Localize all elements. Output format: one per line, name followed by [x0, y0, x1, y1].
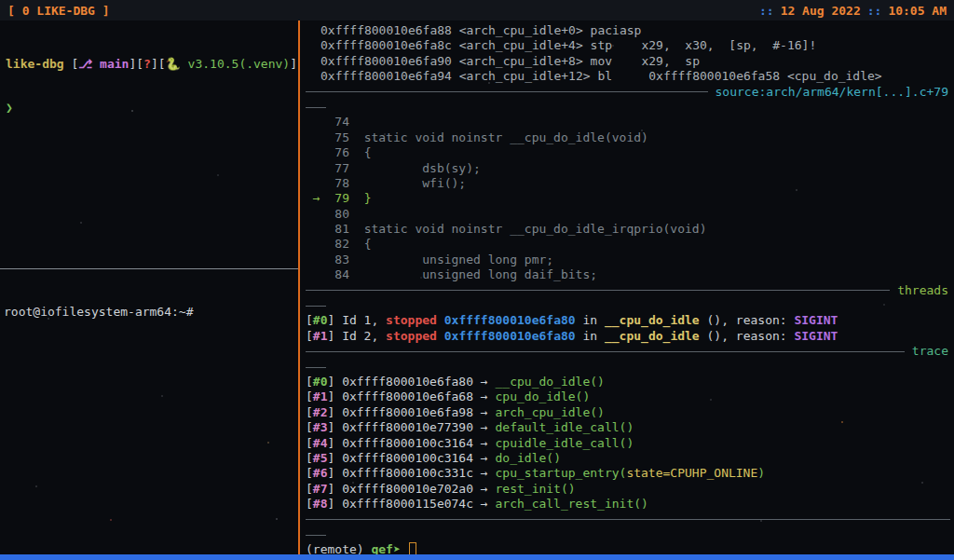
- bracket: [: [306, 389, 313, 403]
- trace-paren: ): [641, 497, 648, 511]
- space: [437, 313, 444, 327]
- trace-row: [#0] 0xffff800010e6fa80 → __cpu_do_idle(…: [306, 375, 950, 389]
- trace-address: ] 0xffff8000100c3164 →: [327, 436, 495, 450]
- section-separator: threads: [306, 283, 950, 298]
- separator-line: [306, 91, 708, 92]
- trace-address: ] 0xffff8000100c331c →: [327, 466, 495, 480]
- git-status-flag: ?: [143, 57, 151, 71]
- thread-function: __cpu_do_idle: [605, 329, 700, 343]
- source-line: 76 {: [306, 145, 950, 160]
- asm-address: 0xffff800010e6fa88: [320, 23, 459, 37]
- trace-frame-number: #0: [313, 375, 328, 389]
- source-line-number: 78: [306, 176, 364, 190]
- trace-function: do_idle(: [496, 451, 554, 465]
- debugger-pane[interactable]: 0xffff800010e6fa88 <arch_cpu_idle+0> pac…: [300, 20, 954, 554]
- separator-wrap-segment: [306, 367, 326, 368]
- thread-row: [#1] Id 2, stopped 0xffff800010e6fa80 in…: [306, 329, 950, 344]
- shell-prompt-line: like-dbg [⎇ main][?][🐍 v3.10.5(.venv)]: [6, 56, 293, 72]
- trace-row: [#8] 0xffff8000115e074c → arch_call_rest…: [306, 497, 950, 512]
- separator-line: [306, 519, 950, 520]
- bracket: [: [306, 451, 313, 465]
- source-line-number: 81: [306, 222, 364, 236]
- source-line-number: 82: [306, 237, 364, 251]
- trace-paren: ): [626, 420, 634, 434]
- trace-frame-number: #2: [313, 405, 328, 419]
- prompt-caret-icon: ❯: [6, 101, 13, 115]
- trace-frame-number: #4: [313, 436, 328, 450]
- left-column: like-dbg [⎇ main][?][🐍 v3.10.5(.venv)] ❯…: [0, 20, 298, 554]
- source-line: 84 unsigned long daif_bits;: [306, 267, 950, 282]
- trace-function: default_idle_call(: [496, 420, 627, 434]
- trace-row: [#6] 0xffff8000100c331c → cpu_startup_en…: [306, 466, 950, 481]
- source-line: 78 wfi();: [306, 176, 950, 191]
- source-line: 83 unsigned long pmr;: [306, 253, 950, 267]
- clock-separator-icon: ::: [867, 4, 882, 18]
- bracket: [: [306, 482, 313, 496]
- shell-pane-root[interactable]: root@iofilesystem-arm64:~#: [0, 269, 298, 554]
- separator-wrap-segment: [306, 107, 326, 108]
- gdb-output: 0xffff800010e6fa88 <arch_cpu_idle+0> pac…: [306, 23, 950, 554]
- trace-frame-number: #3: [313, 420, 328, 434]
- bracket: [: [306, 405, 313, 419]
- source-line-number: 74: [306, 115, 364, 129]
- trace-row: [#3] 0xffff800010e77390 → default_idle_c…: [306, 420, 950, 435]
- trace-address: ] 0xffff800010e6fa80 →: [327, 375, 495, 389]
- bracket: [: [306, 329, 313, 343]
- asm-symbol: <arch_cpu_idle+8>: [459, 54, 591, 68]
- bracket: [: [306, 436, 313, 450]
- source-line-number: 75: [306, 130, 364, 144]
- shell-input-line[interactable]: ❯: [6, 100, 293, 116]
- trace-function: rest_init(: [496, 482, 568, 496]
- status-date: 12 Aug 2022: [781, 4, 861, 18]
- asm-address: 0xffff800010e6fa94: [320, 69, 459, 83]
- status-clock: :: 12 Aug 2022 :: 10:05 AM: [759, 4, 947, 18]
- shell-pane-likedbg[interactable]: like-dbg [⎇ main][?][🐍 v3.10.5(.venv)] ❯: [0, 20, 298, 268]
- trace-address: ] 0xffff800010e702a0 →: [327, 482, 495, 496]
- source-code: unsigned long daif_bits;: [364, 267, 597, 281]
- section-separator: trace: [306, 344, 950, 359]
- source-code: dsb(sy);: [364, 161, 481, 175]
- trace-paren: ): [597, 375, 605, 389]
- bracket: [: [306, 313, 313, 327]
- trace-address: ] 0xffff800010e6fa98 →: [327, 405, 495, 419]
- bracket: [: [306, 375, 313, 389]
- thread-id: ] Id 2,: [327, 329, 386, 343]
- thread-row: [#0] Id 1, stopped 0xffff800010e6fa80 in…: [306, 313, 950, 328]
- section-title: trace: [905, 344, 950, 359]
- thread-reason-label: (), reason:: [700, 329, 795, 343]
- trace-address: ] 0xffff8000115e074c →: [327, 497, 495, 511]
- asm-line: 0xffff800010e6fa94 <arch_cpu_idle+12> bl…: [306, 69, 950, 84]
- asm-line: 0xffff800010e6fa90 <arch_cpu_idle+8> mov…: [306, 54, 950, 69]
- trace-paren: ): [553, 451, 561, 465]
- source-line-number: 76: [306, 145, 364, 159]
- asm-instruction: paciasp: [591, 23, 642, 37]
- prompt-project-name: like-dbg: [6, 57, 64, 71]
- git-branch-segment: ⎇ main: [78, 57, 129, 71]
- trace-frame-number: #5: [313, 451, 328, 465]
- tmux-status-bar: [ 0 LIKE-DBG ] :: 12 Aug 2022 :: 10:05 A…: [0, 0, 954, 20]
- gdb-prompt-line[interactable]: (remote) gef➤: [306, 542, 950, 554]
- source-line: 80: [306, 207, 950, 222]
- source-code: {: [364, 145, 372, 159]
- source-line: 74: [306, 115, 950, 130]
- thread-status: stopped: [386, 329, 437, 343]
- source-line-number: 80: [306, 207, 364, 221]
- trace-row: [#7] 0xffff800010e702a0 → rest_init(): [306, 482, 950, 497]
- source-line-number: → 79: [306, 191, 364, 205]
- trace-frame-number: #6: [313, 466, 328, 480]
- trace-row: [#4] 0xffff8000100c3164 → cpuidle_idle_c…: [306, 436, 950, 451]
- trace-address: ] 0xffff800010e77390 →: [327, 420, 495, 434]
- trace-paren: ): [757, 466, 765, 480]
- tmux-window-label[interactable]: [ 0 LIKE-DBG ]: [7, 4, 110, 18]
- trace-args: state=CPUHP_ONLINE: [626, 466, 757, 480]
- trace-function: cpu_startup_entry(: [496, 466, 627, 480]
- trace-paren: ): [568, 482, 576, 496]
- asm-line: 0xffff800010e6fa8c <arch_cpu_idle+4> stp…: [306, 38, 950, 53]
- thread-reason: SIGINT: [794, 313, 838, 327]
- clock-separator-icon: ::: [759, 4, 774, 18]
- asm-instruction: mov x29, sp: [591, 54, 700, 68]
- source-line: 82 {: [306, 237, 950, 252]
- bracket: [: [306, 420, 313, 434]
- source-code: {: [364, 237, 372, 251]
- trace-function: cpu_do_idle(: [496, 389, 583, 403]
